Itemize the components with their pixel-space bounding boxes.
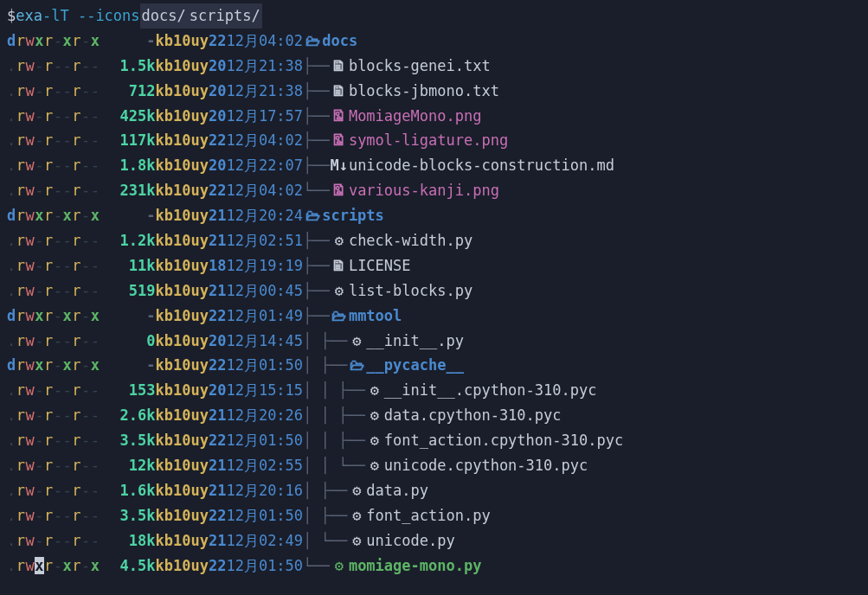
file-owner: kb10uy <box>156 253 209 278</box>
command-line[interactable]: $ exa -lT --icons docs/ scripts/ <box>7 3 861 29</box>
date-day: 20 <box>209 329 226 354</box>
file-name: list-blocks.py <box>349 278 473 304</box>
file-permissions: .rw-r--r-- <box>7 378 100 403</box>
file-size: 1.2k <box>100 228 156 253</box>
date-time: 04:02 <box>259 29 303 54</box>
file-permissions: .rw-r--r-- <box>7 503 100 528</box>
file-owner: kb10uy <box>156 453 209 478</box>
file-permissions: .rw-r--r-- <box>7 253 100 278</box>
date-day: 21 <box>209 228 226 253</box>
file-owner: kb10uy <box>156 528 209 553</box>
file-name: unicode.cpython-310.pyc <box>384 453 588 478</box>
listing-row: .rw-r--r-- 3.5k kb10uy 22 12月 01:50 │ │ … <box>7 428 861 453</box>
tree-branch: │ ├── <box>303 353 347 378</box>
file-owner: kb10uy <box>156 304 209 329</box>
python-icon: ⚙ <box>347 329 366 354</box>
file-permissions: drwxr-xr-x <box>7 29 100 54</box>
file-owner: kb10uy <box>156 29 209 54</box>
tree-branch: └── <box>303 553 330 579</box>
tree-branch: ├── <box>303 278 330 304</box>
listing-row: .rw-r--r-- 11k kb10uy 18 12月 19:19 ├── 🗎… <box>7 253 861 278</box>
file-size: 3.5k <box>100 428 156 453</box>
date-day: 22 <box>209 503 226 528</box>
file-owner: kb10uy <box>156 54 209 79</box>
file-permissions: .rw-r--r-- <box>7 478 100 503</box>
python-icon: ⚙ <box>365 428 384 453</box>
file-permissions: .rw-r--r-- <box>7 128 100 153</box>
file-permissions: drwxr-xr-x <box>7 304 100 329</box>
tree-branch: ├── <box>303 54 330 79</box>
tree-branch: │ ├── <box>303 503 347 528</box>
date-day: 22 <box>209 553 226 579</box>
file-permissions: .rw-r--r-- <box>7 329 100 354</box>
file-owner: kb10uy <box>156 553 209 579</box>
file-permissions: .rwxr-xr-x <box>7 553 100 579</box>
file-size: 231k <box>100 178 156 203</box>
file-owner: kb10uy <box>156 278 209 304</box>
listing-row: drwxr-xr-x - kb10uy 22 12月 04:02 🗁docs <box>7 29 861 54</box>
file-size: - <box>100 203 156 228</box>
listing-row: drwxr-xr-x - kb10uy 22 12月 01:49 ├── 🗁mm… <box>7 304 861 329</box>
date-time: 19:19 <box>259 253 303 278</box>
listing-row: .rw-r--r-- 12k kb10uy 21 12月 02:55 │ │ └… <box>7 453 861 478</box>
file-owner: kb10uy <box>156 428 209 453</box>
file-owner: kb10uy <box>156 228 209 253</box>
image-icon: 🖻 <box>330 128 349 153</box>
date-month: 12月 <box>226 503 258 528</box>
date-time: 01:50 <box>259 428 303 453</box>
file-size: 1.8k <box>100 153 156 178</box>
python-icon: ⚙ <box>347 478 366 503</box>
date-time: 02:49 <box>259 528 303 553</box>
file-name: __init__.cpython-310.pyc <box>384 378 597 403</box>
date-day: 20 <box>209 378 226 403</box>
date-day: 20 <box>209 54 226 79</box>
date-time: 21:38 <box>259 79 303 104</box>
date-time: 20:16 <box>259 478 303 503</box>
listing-row: .rw-r--r-- 231k kb10uy 22 12月 04:02 └── … <box>7 178 861 203</box>
date-day: 22 <box>209 29 226 54</box>
date-time: 15:15 <box>259 378 303 403</box>
file-size: 425k <box>100 104 156 129</box>
date-month: 12月 <box>226 304 258 329</box>
date-day: 22 <box>209 304 226 329</box>
tree-branch: ├── <box>303 104 330 129</box>
file-name: check-width.py <box>349 228 473 253</box>
command-name: exa <box>16 3 42 29</box>
listing-row: drwxr-xr-x - kb10uy 21 12月 20:24 🗁script… <box>7 203 861 228</box>
tree-branch: ├── <box>303 128 330 153</box>
date-time: 21:38 <box>259 54 303 79</box>
file-permissions: .rw-r--r-- <box>7 428 100 453</box>
python-icon: ⚙ <box>365 403 384 428</box>
date-day: 21 <box>209 203 226 228</box>
tree-branch: │ │ ├── <box>303 403 365 428</box>
file-name: font_action.py <box>366 503 490 528</box>
listing-row: .rw-r--r-- 0 kb10uy 20 12月 14:45 │ ├── ⚙… <box>7 329 861 354</box>
date-day: 21 <box>209 403 226 428</box>
image-icon: 🖻 <box>330 178 349 203</box>
python-icon: ⚙ <box>330 228 349 253</box>
terminal-output: $ exa -lT --icons docs/ scripts/drwxr-xr… <box>7 3 861 578</box>
markdown-icon: M↓ <box>330 153 349 178</box>
date-time: 01:50 <box>259 503 303 528</box>
date-month: 12月 <box>226 278 258 304</box>
file-size: 2.6k <box>100 403 156 428</box>
date-month: 12月 <box>226 428 258 453</box>
date-day: 22 <box>209 128 226 153</box>
date-time: 22:07 <box>259 153 303 178</box>
date-month: 12月 <box>226 353 258 378</box>
date-time: 01:50 <box>259 553 303 579</box>
python-icon: ⚙ <box>330 553 349 579</box>
file-size: 11k <box>100 253 156 278</box>
file-permissions: .rw-r--r-- <box>7 54 100 79</box>
date-month: 12月 <box>226 203 258 228</box>
date-month: 12月 <box>226 453 258 478</box>
file-owner: kb10uy <box>156 104 209 129</box>
file-size: 3.5k <box>100 503 156 528</box>
tree-branch: ├── <box>303 153 330 178</box>
file-owner: kb10uy <box>156 153 209 178</box>
file-size: 12k <box>100 453 156 478</box>
date-time: 20:24 <box>259 203 303 228</box>
file-permissions: drwxr-xr-x <box>7 353 100 378</box>
date-day: 21 <box>209 278 226 304</box>
tree-branch: │ │ ├── <box>303 378 365 403</box>
